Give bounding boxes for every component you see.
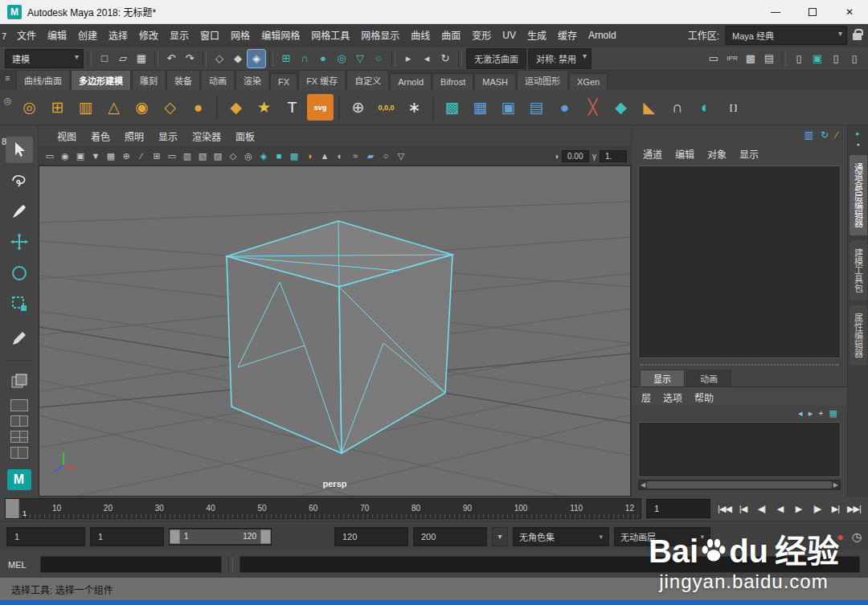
statusline-render-view[interactable]: ▭ <box>705 50 723 67</box>
statusline-render-settings[interactable]: ▩ <box>742 50 760 67</box>
statusline-snap-view-plane[interactable]: ▽ <box>351 50 369 67</box>
viewport-camera-attributes[interactable]: ▣ <box>73 149 88 162</box>
layer-layer-new-empty[interactable]: + <box>818 408 823 419</box>
scroll-left-icon[interactable]: ◀ <box>641 481 645 488</box>
shelf-tab-poly-modeling[interactable]: 多边形建模 <box>71 70 131 90</box>
scrollbar-thumb[interactable] <box>647 481 832 488</box>
layout-four-pane-button[interactable] <box>10 431 28 443</box>
playback-go-to-end[interactable]: ▶▶| <box>845 499 863 518</box>
shelf-icon-append-polygon[interactable]: ▤ <box>523 94 550 121</box>
viewport-motion-blur[interactable]: ≈ <box>348 149 362 162</box>
menu-13[interactable]: 变形 <box>466 25 497 45</box>
viewport-grid-toggle[interactable]: ⊞ <box>149 149 164 162</box>
shelf-icon-move-to-origin[interactable]: 0,0,0 <box>373 94 399 121</box>
playback-start-field[interactable]: 1 <box>90 527 164 546</box>
menu-5[interactable]: 显示 <box>164 25 194 45</box>
shelf-icon-poly-cone[interactable]: △ <box>100 94 127 121</box>
shelf-icon-multi-cut[interactable]: ╳ <box>579 94 606 121</box>
viewport-canvas[interactable]: persp <box>39 166 631 497</box>
strip-strip-collapse[interactable]: ▸ <box>856 129 860 137</box>
statusline-open-scene[interactable]: ▱ <box>114 50 132 67</box>
layer-menu-1[interactable]: 选项 <box>663 390 682 404</box>
viewport-image-plane[interactable]: ▦ <box>104 149 118 162</box>
viewport-field-chart[interactable]: ▨ <box>211 149 225 162</box>
animation-end-field[interactable]: 200 <box>413 527 487 546</box>
shelf-icon-quad-draw[interactable]: ◆ <box>608 94 634 121</box>
layer-tab-anim[interactable]: 动画 <box>686 370 731 386</box>
shelf-icon-smooth[interactable]: ● <box>551 94 578 121</box>
select-tool[interactable] <box>6 137 33 163</box>
statusline-groove[interactable] <box>782 51 786 67</box>
animation-start-field[interactable]: 1 <box>6 527 85 546</box>
viewport-xray[interactable]: ▽ <box>394 149 408 162</box>
shelf-icon-zoom-selected[interactable]: ⊕ <box>345 94 371 121</box>
statusline-redo[interactable]: ↷ <box>181 50 199 67</box>
menu-10[interactable]: 网格显示 <box>355 25 405 45</box>
channelbox-menu-0[interactable]: 通道 <box>643 147 662 161</box>
shelf-icon-poly-prism[interactable]: ◆ <box>223 94 249 121</box>
menu-1[interactable]: 编辑 <box>42 25 72 45</box>
range-end-handle[interactable] <box>260 529 271 544</box>
statusline-undo[interactable]: ↶ <box>162 50 180 67</box>
playback-play-backwards[interactable]: ◀ <box>771 499 789 518</box>
menu-set-dropdown[interactable]: 建模 ▾ <box>5 49 84 68</box>
shelf-icon-poly-torus[interactable]: ◉ <box>129 94 155 121</box>
viewport-gate-mask[interactable]: ▧ <box>195 149 210 162</box>
panel-menu-5[interactable]: 面板 <box>228 127 262 145</box>
maya-logo[interactable]: M <box>7 469 31 490</box>
shelf-icon-fill-hole[interactable]: ▣ <box>495 94 522 121</box>
shelf-tab-sculpting[interactable]: 雕刻 <box>132 70 166 90</box>
channelbox-manipulator-update[interactable]: ↻ <box>821 129 829 141</box>
shelf-icon-poly-cylinder[interactable]: ▥ <box>72 94 99 121</box>
minimize-button[interactable]: — <box>757 0 794 23</box>
statusline-groove[interactable] <box>458 51 462 67</box>
menu-14[interactable]: UV <box>497 27 522 44</box>
strip-strip-menu[interactable]: ▪ <box>857 141 859 149</box>
statusline-output-operations[interactable]: ◂ <box>418 50 436 67</box>
statusline-snap-curve[interactable]: ∩ <box>296 50 313 67</box>
viewport-grease-pencil[interactable]: ∕ <box>134 149 149 162</box>
statusline-snap-projected-center[interactable]: ◎ <box>333 50 350 67</box>
statusline-groove[interactable] <box>203 51 207 67</box>
viewport-isolate-select[interactable]: ○ <box>379 149 393 162</box>
shelf-tab-rigging[interactable]: 装备 <box>166 70 200 90</box>
mel-input[interactable] <box>40 556 222 573</box>
layer-list[interactable] <box>638 422 841 477</box>
statusline-toggle-tool-settings[interactable]: ▯ <box>845 50 863 67</box>
shelf-tab-mash[interactable]: MASH <box>474 73 516 90</box>
scale-tool[interactable] <box>6 290 33 317</box>
statusline-ipr-render[interactable]: IPR <box>723 50 741 67</box>
statusline-toggle-attribute-editor[interactable]: ▯ <box>827 50 845 67</box>
panel-menu-4[interactable]: 渲染器 <box>185 127 228 145</box>
maximize-button[interactable] <box>794 0 831 23</box>
viewport-multisample-aa[interactable]: ▰ <box>363 149 378 162</box>
menu-0[interactable]: 文件 <box>11 25 42 45</box>
range-preset-dropdown[interactable]: ▾ <box>492 527 508 546</box>
playback-step-back-frame[interactable]: |◀ <box>734 499 752 518</box>
shelf-tab-fx[interactable]: FX <box>270 73 297 90</box>
channelbox-slider-speed[interactable]: ▥ <box>805 129 813 141</box>
side-tab-attribute-editor[interactable]: 属性编辑器 <box>850 305 867 366</box>
recent-tool-slot[interactable] <box>6 369 33 395</box>
menu-9[interactable]: 网格工具 <box>305 25 355 45</box>
layer-menu-0[interactable]: 层 <box>641 390 651 404</box>
move-tool[interactable] <box>6 229 33 255</box>
mel-label[interactable]: MEL <box>8 560 34 570</box>
layer-menu-2[interactable]: 帮助 <box>694 390 714 404</box>
playback-step-back-key[interactable]: ◀| <box>752 499 771 518</box>
menu-11[interactable]: 曲线 <box>405 25 436 45</box>
range-start-handle[interactable] <box>170 529 180 544</box>
statusline-groove[interactable] <box>391 51 395 67</box>
shelf-icon-svg-tool[interactable]: svg <box>307 94 334 121</box>
menu-8[interactable]: 编辑网格 <box>256 25 305 45</box>
viewport-film-gate[interactable]: ▭ <box>165 149 179 162</box>
statusline-snap-point[interactable]: ● <box>314 50 332 67</box>
panel-menu-3[interactable]: 显示 <box>151 127 185 145</box>
panel-menu-1[interactable]: 着色 <box>84 127 117 145</box>
statusline-groove[interactable] <box>269 51 273 67</box>
menu-6[interactable]: 窗口 <box>194 25 225 45</box>
layer-layer-prev[interactable]: ◂ <box>798 408 803 419</box>
statusline-save-scene[interactable]: ▦ <box>133 50 150 67</box>
shelf-icon-poly-disc[interactable]: ● <box>185 94 211 121</box>
layer-layer-new-from-selected[interactable]: ▦ <box>829 408 837 419</box>
